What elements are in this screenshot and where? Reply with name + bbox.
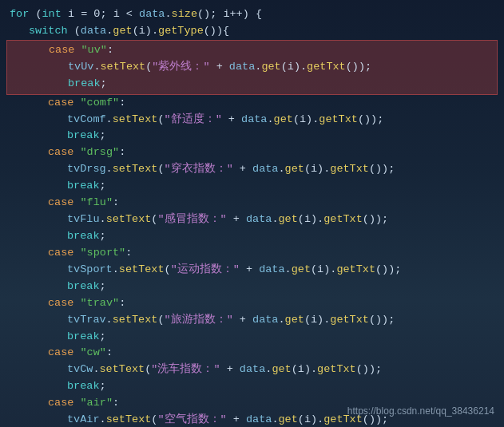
code-line-case-cw: case "cw" :	[0, 345, 504, 362]
space-comf	[73, 95, 80, 112]
keyword-break-flu: break	[67, 228, 100, 245]
code-line-break-trav: break ;	[0, 329, 504, 346]
switch-open: (	[68, 23, 81, 40]
dot-data-trav: .	[278, 312, 284, 329]
gettxt-flu: getTxt	[323, 212, 363, 228]
paren-sport: (	[165, 262, 171, 279]
get-i-flu: (i).	[298, 212, 323, 228]
gettxt-cw: getTxt	[317, 362, 356, 378]
code-line-break-uv: break ;	[7, 76, 497, 93]
settext-drsg: setText	[113, 161, 158, 178]
str-sport-cn: "运动指数："	[171, 262, 240, 279]
data-ref-trav: data	[252, 312, 278, 329]
semi-comf: ;	[100, 128, 106, 144]
keyword-break-trav: break	[67, 329, 100, 346]
semi-cw: ;	[100, 378, 106, 395]
i-inc: i	[223, 6, 229, 23]
code-line-for: for ( int i = 0; i < data . size (); i +…	[0, 6, 504, 23]
size-method: size	[172, 6, 197, 23]
dot2: .	[106, 23, 113, 40]
semi-flu: ;	[100, 228, 106, 245]
gettype-method: getType	[158, 23, 204, 40]
semi-break-uv: ;	[101, 76, 107, 93]
tvair-var: tvAir	[67, 412, 100, 427]
close-uv: ());	[346, 59, 371, 76]
gettype-close: ()){	[204, 23, 229, 40]
code-line-break-drsg: break ;	[0, 178, 504, 195]
str-trav-cn: "旅游指数："	[165, 312, 233, 329]
keyword-case-comf: case	[48, 95, 73, 112]
colon-flu: :	[113, 195, 119, 212]
code-line-tvdrsg: tvDrsg . setText ( "穿衣指数：" + data . get …	[0, 161, 504, 178]
i-lt: i	[113, 6, 120, 23]
dot-tvflu: .	[100, 212, 106, 228]
dot-data-uv: .	[255, 59, 261, 76]
tvsport-var: tvSport	[67, 262, 113, 279]
str-comf-cn: "舒适度："	[165, 112, 222, 128]
code-container: for ( int i = 0; i < data . size (); i +…	[0, 0, 504, 427]
space-flu	[73, 195, 80, 212]
data-ref-air: data	[246, 412, 272, 427]
colon-trav: :	[119, 295, 125, 312]
code-line-case-trav: case "trav" :	[0, 295, 504, 312]
paren-drsg: (	[157, 161, 164, 178]
gettxt-trav: getTxt	[330, 312, 369, 329]
space-air	[73, 395, 80, 412]
dot-tvair: .	[100, 412, 106, 427]
str-air: "air"	[81, 395, 113, 412]
gettxt-sport: getTxt	[336, 262, 375, 279]
get-i-uv: (i).	[281, 59, 307, 76]
var-i: i = 0;	[62, 6, 113, 23]
dot-tvdrsg: .	[106, 161, 113, 178]
get-i-air: (i).	[298, 412, 323, 427]
lt-symbol: <	[120, 6, 139, 23]
space-trav	[73, 295, 80, 312]
get-args: (i).	[133, 23, 158, 40]
str-cw: "cw"	[81, 345, 106, 362]
paren-settext-uv: (	[145, 59, 152, 76]
space-cw	[73, 345, 80, 362]
keyword-case-drsg: case	[48, 144, 73, 161]
paren-open: (	[29, 6, 42, 23]
get-flu: get	[278, 212, 297, 228]
str-drsg-cn: "穿衣指数："	[165, 161, 233, 178]
tvflu-var: tvFlu	[67, 212, 100, 228]
paren-cw: (	[145, 362, 151, 378]
get-air: get	[278, 412, 297, 427]
tvtrav-var: tvTrav	[67, 312, 106, 329]
str-air-cn: "空气指数："	[157, 412, 226, 427]
code-line-tvtrav: tvTrav . setText ( "旅游指数：" + data . get …	[0, 312, 504, 329]
keyword-for: for	[10, 6, 29, 23]
paren-trav: (	[157, 312, 164, 329]
data-ref-comf: data	[241, 112, 267, 128]
keyword-int: int	[42, 6, 62, 23]
str-flu: "flu"	[81, 195, 113, 212]
code-line-tvcomf: tvComf . setText ( "舒适度：" + data . get (…	[0, 112, 504, 128]
close-flu: ());	[363, 212, 388, 228]
plus-drsg: +	[233, 161, 252, 178]
plus-uv: +	[210, 59, 229, 76]
space1	[74, 42, 81, 59]
code-line-tvcw: tvCw . setText ( "洗车指数：" + data . get (i…	[0, 362, 504, 378]
data-size: data	[139, 6, 165, 23]
str-comf: "comf"	[81, 95, 120, 112]
space-sport	[73, 245, 80, 262]
code-line-break-flu: break ;	[0, 228, 504, 245]
dot-data-comf: .	[267, 112, 273, 128]
settext-comf: setText	[113, 112, 158, 128]
data-ref-uv: data	[229, 59, 255, 76]
get-drsg: get	[285, 161, 304, 178]
get-uv: get	[261, 59, 280, 76]
str-sport: "sport"	[81, 245, 126, 262]
close-trav: ());	[369, 312, 395, 329]
get-i-cw: (i).	[292, 362, 317, 378]
dot-data-cw: .	[265, 362, 272, 378]
plus-sport: +	[240, 262, 259, 279]
keyword-switch: switch	[29, 23, 68, 40]
get-i-sport: (i).	[311, 262, 336, 279]
colon-drsg: :	[119, 144, 125, 161]
dot-tvtrav: .	[106, 312, 113, 329]
gettxt-uv: getTxt	[307, 59, 346, 76]
settext-cw: setText	[100, 362, 145, 378]
keyword-case-sport: case	[48, 245, 73, 262]
